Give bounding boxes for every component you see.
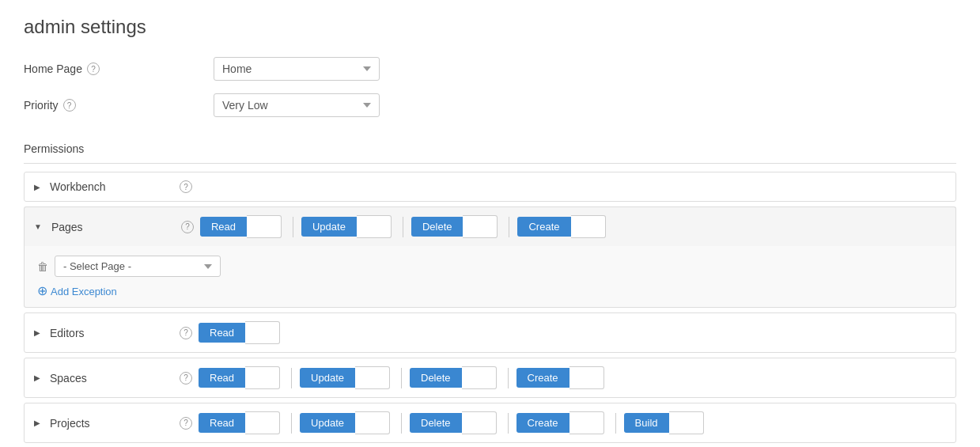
spaces-read-input[interactable] xyxy=(245,366,280,389)
pages-update-button[interactable]: Update xyxy=(301,217,357,237)
home-page-help-icon[interactable]: ? xyxy=(87,63,100,75)
pages-delete-group: Delete xyxy=(411,215,498,238)
page-title: admin settings xyxy=(24,16,956,38)
spaces-delete-input[interactable] xyxy=(462,366,497,389)
editors-read-button[interactable]: Read xyxy=(199,323,245,343)
spaces-read-group: Read xyxy=(199,366,280,389)
plus-icon: ⊕ xyxy=(37,285,47,297)
pages-delete-input[interactable] xyxy=(463,215,498,238)
spaces-delete-button[interactable]: Delete xyxy=(410,368,462,388)
spaces-create-group: Create xyxy=(516,366,604,389)
editors-read-input[interactable] xyxy=(245,321,280,344)
editors-read-group: Read xyxy=(199,321,280,344)
spaces-update-group: Update xyxy=(300,366,390,389)
pages-read-input[interactable] xyxy=(247,215,282,238)
pages-create-input[interactable] xyxy=(571,215,606,238)
pages-actions: Read Update Delete Create xyxy=(200,215,946,238)
projects-read-button[interactable]: Read xyxy=(199,413,245,433)
projects-update-group: Update xyxy=(300,411,390,434)
spaces-expand-icon[interactable]: ▶ xyxy=(34,373,40,382)
projects-build-input[interactable] xyxy=(669,411,704,434)
spaces-group: ▶ Spaces ? Read Update Delete xyxy=(24,358,956,398)
projects-help-icon[interactable]: ? xyxy=(180,417,192,430)
workbench-row: ▶ Workbench ? xyxy=(24,172,956,202)
editors-expand-icon[interactable]: ▶ xyxy=(34,328,40,337)
editors-actions: Read xyxy=(199,321,946,344)
pages-expand-icon[interactable]: ▼ xyxy=(34,222,42,231)
pages-update-group: Update xyxy=(301,215,392,238)
home-page-select[interactable]: Home Dashboard Profile xyxy=(214,57,380,81)
pages-read-group: Read xyxy=(200,215,282,238)
pages-read-button[interactable]: Read xyxy=(200,217,247,237)
projects-divider-1 xyxy=(291,413,292,434)
pages-group: ▼ Pages ? Read Update Delete xyxy=(24,206,956,308)
pages-create-button[interactable]: Create xyxy=(517,217,570,237)
add-exception-button[interactable]: ⊕ Add Exception xyxy=(37,285,943,297)
divider-2 xyxy=(403,217,403,237)
workbench-group: ▶ Workbench ? xyxy=(24,172,956,202)
editors-name: Editors xyxy=(50,327,176,339)
projects-delete-input[interactable] xyxy=(462,411,497,434)
projects-delete-button[interactable]: Delete xyxy=(410,413,462,433)
divider-3 xyxy=(509,217,509,237)
priority-help-icon[interactable]: ? xyxy=(63,99,76,112)
workbench-help-icon[interactable]: ? xyxy=(180,180,192,193)
spaces-name: Spaces xyxy=(50,372,176,384)
spaces-update-button[interactable]: Update xyxy=(300,368,355,388)
editors-row: ▶ Editors ? Read xyxy=(24,313,956,353)
pages-delete-button[interactable]: Delete xyxy=(411,217,464,237)
select-page-dropdown[interactable]: - Select Page - xyxy=(55,256,221,277)
projects-update-button[interactable]: Update xyxy=(300,413,355,433)
spaces-divider-2 xyxy=(401,368,402,388)
permissions-label: Permissions xyxy=(24,130,956,164)
projects-build-group: Build xyxy=(624,411,704,434)
pages-row: ▼ Pages ? Read Update Delete xyxy=(24,206,956,246)
projects-update-input[interactable] xyxy=(355,411,390,434)
projects-create-group: Create xyxy=(516,411,604,434)
editors-group: ▶ Editors ? Read xyxy=(24,313,956,353)
home-page-row: Home Page ? Home Dashboard Profile xyxy=(24,57,956,81)
workbench-expand-icon[interactable]: ▶ xyxy=(34,183,40,191)
priority-label: Priority ? xyxy=(24,99,214,112)
projects-expand-icon[interactable]: ▶ xyxy=(34,419,40,427)
pages-help-icon[interactable]: ? xyxy=(181,221,194,233)
editors-help-icon[interactable]: ? xyxy=(180,327,192,339)
projects-create-input[interactable] xyxy=(569,411,604,434)
projects-divider-4 xyxy=(615,413,616,434)
priority-select[interactable]: Very Low Low Medium High Very High xyxy=(214,93,380,117)
pages-update-input[interactable] xyxy=(357,215,392,238)
pages-create-group: Create xyxy=(517,215,605,238)
pages-expanded-content: 🗑 - Select Page - ⊕ Add Exception xyxy=(24,246,956,308)
projects-group: ▶ Projects ? Read Update Delete xyxy=(24,403,956,443)
spaces-divider-3 xyxy=(508,368,509,388)
spaces-divider-1 xyxy=(291,368,292,388)
projects-read-input[interactable] xyxy=(245,411,280,434)
projects-name: Projects xyxy=(50,417,176,430)
projects-build-button[interactable]: Build xyxy=(624,413,669,433)
spaces-read-button[interactable]: Read xyxy=(199,368,245,388)
divider-1 xyxy=(293,217,293,237)
projects-divider-2 xyxy=(401,413,402,434)
exception-row: 🗑 - Select Page - xyxy=(37,256,943,277)
home-page-label-text: Home Page xyxy=(24,63,82,75)
projects-read-group: Read xyxy=(199,411,280,434)
projects-delete-group: Delete xyxy=(410,411,497,434)
pages-name: Pages xyxy=(51,221,178,233)
spaces-help-icon[interactable]: ? xyxy=(180,372,192,384)
spaces-row: ▶ Spaces ? Read Update Delete xyxy=(24,358,956,398)
projects-actions: Read Update Delete Create xyxy=(199,411,946,434)
priority-label-text: Priority xyxy=(24,99,59,112)
projects-divider-3 xyxy=(508,413,509,434)
trash-icon[interactable]: 🗑 xyxy=(37,260,48,273)
priority-row: Priority ? Very Low Low Medium High Very… xyxy=(24,93,956,117)
spaces-actions: Read Update Delete Create xyxy=(199,366,946,389)
home-page-label: Home Page ? xyxy=(24,63,214,75)
spaces-create-button[interactable]: Create xyxy=(516,368,569,388)
spaces-create-input[interactable] xyxy=(569,366,604,389)
spaces-delete-group: Delete xyxy=(410,366,497,389)
add-exception-label: Add Exception xyxy=(51,286,117,297)
spaces-update-input[interactable] xyxy=(355,366,390,389)
permissions-section: ▶ Workbench ? ▼ Pages ? Read Update xyxy=(24,172,956,443)
projects-create-button[interactable]: Create xyxy=(516,413,569,433)
projects-row: ▶ Projects ? Read Update Delete xyxy=(24,403,956,443)
